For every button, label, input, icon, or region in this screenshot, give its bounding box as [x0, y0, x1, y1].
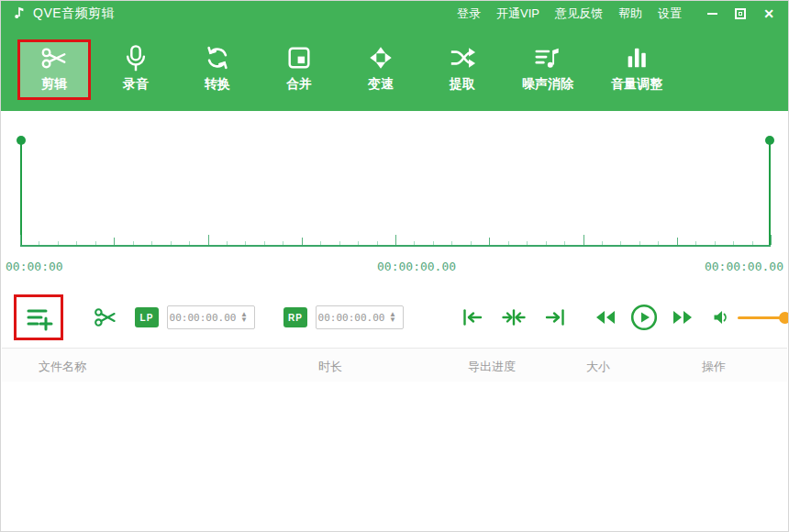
right-position-marker[interactable]	[769, 140, 771, 247]
titlebar: QVE音频剪辑 登录开通VIP意见反馈帮助设置 ✕	[1, 1, 788, 27]
toolbar-item-merge[interactable]: 合并	[262, 39, 336, 100]
toolbar-item-clip[interactable]: 剪辑	[17, 39, 91, 100]
rewind-button[interactable]	[595, 310, 617, 325]
app-title: QVE音频剪辑	[33, 6, 115, 22]
ruler-tick	[208, 235, 209, 245]
rp-time-box: ▲▼	[316, 305, 404, 329]
maximize-icon	[735, 8, 746, 19]
column-header: 导出进度	[468, 359, 516, 375]
music-note-icon	[12, 5, 27, 23]
snap-to-marker-button[interactable]	[502, 308, 526, 327]
toolbar-item-label: 剪辑	[41, 76, 67, 93]
rp-time-stepper[interactable]: ▲▼	[386, 312, 399, 323]
ruler-tick	[58, 241, 59, 245]
ruler-tick	[264, 241, 265, 245]
ruler-tick	[733, 241, 734, 245]
ruler-tick	[39, 241, 39, 245]
add-file-button[interactable]	[23, 302, 54, 333]
titlebar-menu: 登录开通VIP意见反馈帮助设置	[457, 6, 682, 22]
ruler-tick	[752, 241, 753, 245]
ruler-tick	[564, 241, 565, 245]
speaker-icon	[713, 309, 729, 326]
toolbar-item-convert[interactable]: 转换	[181, 39, 254, 100]
timeline-start-label: 00:00:00	[6, 260, 63, 273]
toolbar-item-label: 提取	[450, 76, 475, 93]
ruler-tick	[227, 241, 228, 245]
volume-slider[interactable]	[738, 311, 789, 324]
menu-item-help[interactable]: 帮助	[618, 6, 642, 22]
menu-item-login[interactable]: 登录	[457, 6, 481, 22]
lp-time-input[interactable]	[168, 312, 238, 324]
volume-slider-fill	[738, 316, 784, 319]
cut-button[interactable]	[94, 306, 117, 328]
skip-to-start-button[interactable]	[461, 308, 483, 327]
refresh-icon	[204, 44, 231, 72]
ruler-tick	[639, 241, 640, 245]
ruler-tick	[677, 238, 678, 245]
ruler-tick	[76, 241, 77, 245]
ruler-tick	[583, 235, 584, 245]
fast-forward-button[interactable]	[672, 310, 694, 325]
toolbar-item-speed[interactable]: 变速	[344, 39, 417, 100]
ruler-tick	[471, 241, 472, 245]
ruler-tick	[602, 241, 603, 245]
playback-controls: LP ▲▼ RP ▲▼	[2, 287, 787, 348]
ruler-tick	[245, 241, 246, 245]
stepper-down-icon: ▼	[240, 317, 248, 323]
menu-item-vip[interactable]: 开通VIP	[496, 6, 539, 22]
skip-group	[461, 308, 566, 327]
toolbar-item-label: 转换	[205, 76, 230, 93]
close-button[interactable]: ✕	[759, 5, 779, 23]
scissors-icon	[40, 44, 68, 72]
skip-to-end-button[interactable]	[544, 308, 566, 327]
play-button[interactable]	[630, 304, 658, 331]
title-left: QVE音频剪辑	[12, 5, 115, 23]
ruler-tick	[339, 241, 340, 245]
file-table-header: 文件名称时长导出进度大小操作	[2, 348, 787, 382]
toolbar-item-label: 音量调整	[611, 76, 662, 93]
add-file-icon	[23, 302, 54, 333]
lp-time-stepper[interactable]: ▲▼	[238, 312, 250, 323]
fast-forward-icon	[672, 310, 694, 325]
column-header: 文件名称	[39, 359, 86, 375]
transport-group	[595, 304, 694, 331]
toolbar-item-record[interactable]: 录音	[99, 39, 172, 100]
ruler-tick	[171, 241, 172, 245]
waveform-area[interactable]: 00:00:00 00:00:00.00 00:00:00.00	[2, 111, 787, 287]
minimize-button[interactable]	[702, 5, 722, 23]
shuffle-icon	[449, 44, 476, 72]
right-point-button[interactable]: RP	[283, 307, 307, 327]
ruler-tick	[489, 238, 490, 245]
rewind-icon	[595, 310, 617, 325]
toolbar-item-extract[interactable]: 提取	[426, 39, 499, 100]
toolbar-item-noise[interactable]: 噪声消除	[507, 39, 588, 100]
left-point-button[interactable]: LP	[135, 307, 159, 327]
ruler-tick	[283, 241, 283, 245]
column-header: 时长	[318, 359, 342, 375]
ruler-tick	[414, 241, 415, 245]
dpad-icon	[367, 44, 394, 72]
ruler-tick	[114, 238, 115, 245]
ruler-tick	[358, 241, 359, 245]
mute-button[interactable]	[713, 309, 729, 326]
volume-slider-thumb[interactable]	[779, 312, 789, 324]
rp-time-input[interactable]	[317, 312, 386, 324]
play-icon	[630, 304, 658, 331]
ruler-tick	[508, 241, 509, 245]
ruler-tick	[715, 241, 716, 245]
snap-to-marker-icon	[502, 308, 526, 327]
toolbar-item-volume[interactable]: 音量调整	[596, 39, 677, 100]
ruler-tick	[527, 241, 528, 245]
menu-item-feedback[interactable]: 意见反馈	[555, 6, 603, 22]
menu-item-settings[interactable]: 设置	[658, 6, 682, 22]
toolbar-item-label: 合并	[286, 76, 312, 93]
app-window: QVE音频剪辑 登录开通VIP意见反馈帮助设置 ✕ 剪辑录音转换合并变速提取噪声…	[0, 0, 789, 532]
merge-icon	[285, 44, 313, 72]
left-position-marker[interactable]	[20, 140, 22, 247]
timeline-ruler[interactable]	[20, 236, 771, 247]
bars-icon	[623, 44, 650, 72]
maximize-button[interactable]	[730, 5, 750, 23]
stepper-down-icon: ▼	[389, 317, 396, 323]
noise-icon	[534, 44, 561, 72]
file-table-body[interactable]	[2, 382, 787, 530]
